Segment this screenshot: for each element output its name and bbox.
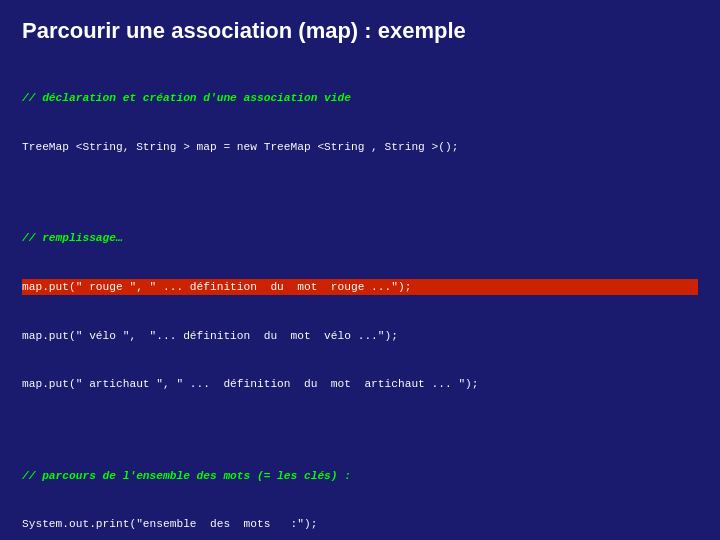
comment-line-2: // remplissage… <box>22 230 698 246</box>
comment-text-3: // parcours de l'ensemble des mots (= le… <box>22 470 351 482</box>
code-line-velo: map.put(" vélo ", "... définition du mot… <box>22 328 698 344</box>
slide-title: Parcourir une association (map) : exempl… <box>22 18 698 44</box>
code-container: // déclaration et création d'une associa… <box>22 58 698 540</box>
code-line-artichaut: map.put(" artichaut ", " ... définition … <box>22 376 698 392</box>
gap-2 <box>22 425 698 435</box>
comment-line-3: // parcours de l'ensemble des mots (= le… <box>22 468 698 484</box>
comment-line-1: // déclaration et création d'une associa… <box>22 90 698 106</box>
section-declaration: // déclaration et création d'une associa… <box>22 58 698 188</box>
section-parcours-cles: // parcours de l'ensemble des mots (= le… <box>22 435 698 540</box>
code-line-rouge: map.put(" rouge ", " ... définition du m… <box>22 279 698 295</box>
code-line-1: TreeMap <String, String > map = new Tree… <box>22 139 698 155</box>
code-line-print-mots: System.out.print("ensemble des mots :"); <box>22 516 698 532</box>
slide: Parcourir une association (map) : exempl… <box>0 0 720 540</box>
comment-text-1: // déclaration et création d'une associa… <box>22 92 351 104</box>
comment-text-2: // remplissage… <box>22 232 123 244</box>
section-remplissage: // remplissage… map.put(" rouge ", " ...… <box>22 198 698 425</box>
gap-1 <box>22 188 698 198</box>
